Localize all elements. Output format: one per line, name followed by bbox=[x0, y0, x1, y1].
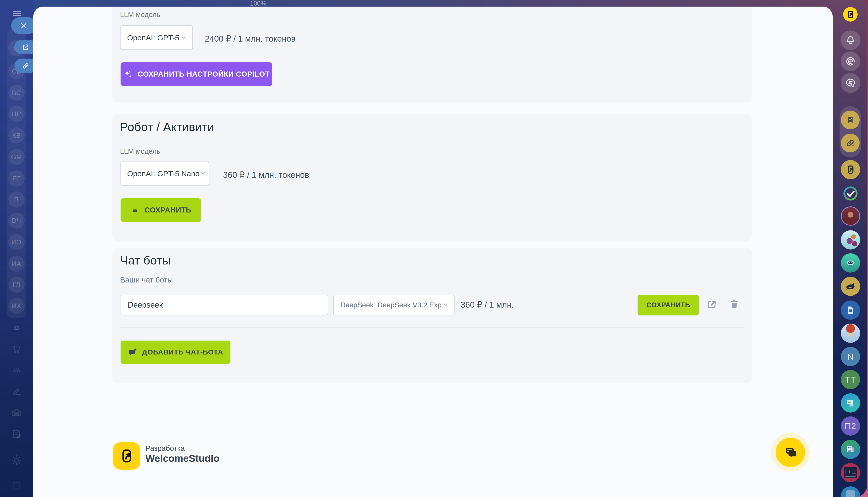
chevron-down-icon bbox=[441, 301, 449, 309]
copilot-price: 2400 ₽ / 1 млн. токенов bbox=[205, 33, 295, 45]
client-avatar[interactable]: R bbox=[9, 191, 25, 208]
robot-model-select[interactable]: OpenAI: GPT-5 Nano bbox=[120, 161, 209, 186]
m-logo-icon[interactable] bbox=[11, 364, 22, 376]
open-bot-button[interactable] bbox=[706, 299, 717, 310]
save-robot-label: СОХРАНИТЬ bbox=[144, 206, 191, 214]
t1-service-icon[interactable]: T+⊥ bbox=[841, 463, 860, 482]
support-chat-button[interactable] bbox=[776, 438, 805, 467]
client-avatar[interactable]: ИХ bbox=[9, 298, 25, 314]
screen: 100% ТА СБ ВС ЦР КВ GM ЯГ R DЧ ИО ИА ГЛ … bbox=[0, 0, 868, 497]
messenger-service-icon[interactable] bbox=[841, 393, 860, 413]
document-edit-icon[interactable] bbox=[11, 428, 22, 440]
news-service-icon[interactable] bbox=[841, 440, 860, 459]
link-tool-button[interactable] bbox=[841, 133, 859, 152]
bell-icon bbox=[845, 35, 856, 46]
robot-avatar[interactable] bbox=[841, 253, 860, 273]
save-bot-button[interactable]: СОХРАНИТЬ bbox=[637, 295, 699, 315]
chevron-down-icon bbox=[199, 169, 207, 178]
client-avatar[interactable]: ГЛ bbox=[9, 276, 25, 293]
service-badge-n[interactable]: N bbox=[841, 347, 860, 366]
save-bot-label: СОХРАНИТЬ bbox=[646, 301, 690, 309]
chatbots-card: Чат боты Ваши чат боты DeepSeek: DeepSee… bbox=[112, 248, 752, 383]
delete-bot-button[interactable] bbox=[729, 298, 740, 310]
avatar-initials: R bbox=[14, 196, 19, 203]
robot-section-title: Робот / Активити bbox=[120, 120, 214, 134]
t1-logo-text: T+⊥ bbox=[844, 469, 857, 475]
external-link-icon bbox=[22, 43, 29, 51]
t1-logo-subtext bbox=[845, 476, 856, 477]
t1-logo: T+⊥ bbox=[844, 467, 857, 478]
chatbots-section-title: Чат боты bbox=[120, 253, 171, 267]
robot-icon bbox=[130, 205, 140, 215]
main-content: LLM модель OpenAI: GPT-5 2400 ₽ / 1 млн.… bbox=[33, 6, 833, 497]
copilot-settings-card: LLM модель OpenAI: GPT-5 2400 ₽ / 1 млн.… bbox=[112, 6, 752, 102]
gear-icon[interactable] bbox=[11, 454, 22, 466]
client-avatar[interactable]: GM bbox=[9, 149, 25, 165]
copilot-model-value: OpenAI: GPT-5 bbox=[121, 33, 180, 42]
badge-label: N bbox=[847, 352, 854, 361]
signature-icon[interactable] bbox=[11, 386, 22, 397]
close-sidebar-button[interactable] bbox=[11, 17, 37, 34]
badge-label: П2 bbox=[845, 421, 856, 431]
llm-model-label: LLM модель bbox=[120, 11, 160, 19]
service-badge-tt[interactable]: TT bbox=[841, 370, 860, 389]
avatar-initials: ЦР bbox=[12, 110, 21, 118]
welcomestudio-app-icon[interactable] bbox=[843, 7, 858, 22]
menu-icon[interactable] bbox=[13, 11, 21, 16]
panel-icon[interactable] bbox=[11, 480, 22, 492]
bot-name-input[interactable] bbox=[121, 295, 328, 315]
save-copilot-button[interactable]: СОХРАНИТЬ НАСТРОЙКИ COPILOT bbox=[121, 62, 272, 86]
client-avatar-photo[interactable] bbox=[841, 207, 860, 226]
chat-plus-icon bbox=[128, 347, 138, 357]
client-avatar[interactable]: ИА bbox=[9, 256, 25, 272]
document-icon bbox=[845, 305, 856, 315]
active-tools-group bbox=[840, 106, 861, 157]
avatar-initials: GM bbox=[11, 153, 22, 161]
bot-model-value: DeepSeek: DeepSeek V3.2 Exp bbox=[334, 301, 441, 309]
client-avatar[interactable]: ЦР bbox=[9, 106, 25, 122]
robot-icon[interactable] bbox=[11, 322, 22, 333]
avatar-initials: КВ bbox=[12, 132, 20, 139]
avatar-initials: DЧ bbox=[12, 217, 21, 224]
copilot-model-select[interactable]: OpenAI: GPT-5 bbox=[120, 25, 193, 50]
ai-spiral-icon bbox=[845, 56, 856, 67]
avatar-initials: ИХ bbox=[12, 302, 21, 310]
your-chatbots-label: Ваши чат боты bbox=[120, 275, 173, 284]
fitness-avatar[interactable] bbox=[841, 230, 860, 250]
link-sparkle-icon bbox=[845, 138, 856, 148]
sber-service-icon[interactable] bbox=[841, 184, 860, 203]
deepseek-whale-icon[interactable] bbox=[841, 276, 860, 296]
archive-icon[interactable] bbox=[11, 407, 22, 418]
client-avatar[interactable]: ЯГ bbox=[9, 170, 25, 187]
welcomestudio-glyph-icon bbox=[845, 164, 856, 175]
save-robot-button[interactable]: СОХРАНИТЬ bbox=[121, 198, 201, 222]
welcomestudio-service-icon[interactable] bbox=[841, 160, 860, 179]
chat-transfer-button[interactable] bbox=[841, 73, 860, 93]
newspaper-icon bbox=[845, 444, 856, 455]
client-avatar[interactable]: DЧ bbox=[9, 213, 25, 229]
chevron-down-icon bbox=[180, 33, 187, 42]
zoom-indicator: 100% bbox=[250, 0, 273, 8]
client-avatar[interactable]: ВС bbox=[9, 85, 25, 101]
bookmark-tool-button[interactable] bbox=[841, 111, 859, 129]
avatar-initials: ГЛ bbox=[13, 281, 20, 288]
close-icon bbox=[19, 21, 28, 30]
ai-assistant-button[interactable] bbox=[841, 52, 860, 71]
notifications-button[interactable] bbox=[841, 30, 860, 50]
link-icon bbox=[22, 62, 29, 70]
robot-price: 360 ₽ / 1 млн. токенов bbox=[223, 169, 309, 181]
add-chatbot-button[interactable]: ДОБАВИТЬ ЧАТ-БОТА bbox=[121, 341, 231, 364]
bookmark-check-icon bbox=[845, 115, 855, 125]
client-avatar[interactable]: КВ bbox=[9, 127, 25, 143]
cart-icon[interactable] bbox=[11, 343, 22, 355]
partial-service-icon[interactable] bbox=[841, 486, 860, 497]
service-badge-p2[interactable]: П2 bbox=[841, 416, 860, 436]
support-agent-avatar[interactable] bbox=[841, 324, 860, 343]
client-avatar[interactable]: ИО bbox=[9, 234, 25, 250]
documents-service-icon[interactable] bbox=[841, 300, 860, 320]
robot-face-icon bbox=[845, 257, 856, 269]
welcomestudio-logo[interactable] bbox=[113, 442, 140, 470]
dock-divider bbox=[843, 99, 858, 99]
sparkles-icon bbox=[123, 69, 133, 80]
bot-model-select[interactable]: DeepSeek: DeepSeek V3.2 Exp bbox=[333, 295, 455, 315]
